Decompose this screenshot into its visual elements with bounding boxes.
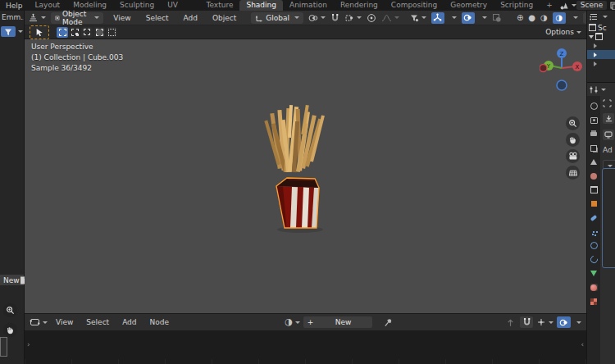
- tab-scene-icon[interactable]: [590, 158, 598, 166]
- menu-help[interactable]: Help: [0, 2, 29, 10]
- outliner-row-object-2[interactable]: [587, 59, 615, 68]
- mode-dropdown[interactable]: Object Mode: [51, 12, 103, 24]
- tab-collection-icon[interactable]: [590, 186, 598, 193]
- shader-menu-node[interactable]: Node: [145, 318, 175, 326]
- tab-object-data-icon[interactable]: [590, 270, 598, 277]
- workspace-tab-layout[interactable]: Layout: [29, 0, 67, 11]
- viewport-menu-add[interactable]: Add: [178, 14, 202, 22]
- outliner-row-object-1[interactable]: [587, 41, 615, 50]
- xray-toggle[interactable]: [492, 13, 502, 23]
- shading-wireframe-icon[interactable]: ⊕: [517, 14, 523, 22]
- proportional-falloff-dropdown[interactable]: [381, 13, 399, 23]
- properties-partial-label: Ad: [603, 146, 615, 154]
- shader-snap-target-dropdown[interactable]: [536, 317, 554, 327]
- download-icon[interactable]: [603, 113, 614, 124]
- tab-particles-icon[interactable]: [590, 228, 598, 235]
- tab-render-icon[interactable]: [590, 116, 598, 124]
- snap-target-dropdown[interactable]: [344, 13, 362, 23]
- viewport-menu-view[interactable]: View: [108, 14, 135, 22]
- viewport-ortho-grid-icon[interactable]: [566, 166, 580, 180]
- outliner-row-collection[interactable]: [587, 32, 615, 41]
- outliner-editor-type-button[interactable]: [587, 11, 615, 23]
- filter-icon[interactable]: [1, 26, 16, 37]
- shading-dropdown-caret[interactable]: [573, 16, 578, 19]
- shading-solid-icon[interactable]: ●: [528, 14, 535, 22]
- screen-icon[interactable]: [603, 130, 614, 140]
- overlays-dropdown-caret[interactable]: [482, 16, 487, 19]
- navigation-gizmo[interactable]: Z X Y: [540, 46, 584, 92]
- material-new-button[interactable]: + New: [303, 316, 372, 328]
- workspace-tab-animation[interactable]: Animation: [283, 0, 334, 11]
- viewport-camera-view-icon[interactable]: [566, 149, 580, 163]
- shader-overlays-toggle[interactable]: [557, 316, 571, 328]
- collapse-arrow-icon[interactable]: [589, 35, 594, 39]
- shading-rendered-icon[interactable]: ◑: [553, 12, 566, 24]
- material-browse-dropdown[interactable]: ◑: [285, 318, 300, 326]
- workspace-tab-geometry-nodes[interactable]: Geometry Nodes: [444, 0, 494, 11]
- tab-output-icon[interactable]: [590, 130, 598, 138]
- snap-toggle[interactable]: [330, 13, 339, 23]
- viewport-menu-object[interactable]: Object: [207, 14, 241, 22]
- object-type-visibility-dropdown[interactable]: [409, 13, 426, 23]
- outliner-row-scene-collection[interactable]: Sc: [587, 23, 615, 32]
- fries-and-box-model[interactable]: [246, 98, 361, 238]
- transform-orientation-dropdown[interactable]: Global: [251, 12, 303, 24]
- tab-modifiers-icon[interactable]: [590, 214, 598, 221]
- filter-dropdown-caret[interactable]: [18, 30, 23, 33]
- properties-editor-type-button[interactable]: [587, 83, 615, 96]
- image-new-button[interactable]: New: [0, 275, 24, 285]
- shader-snap-toggle[interactable]: [520, 316, 533, 328]
- shader-overlays-caret[interactable]: [576, 321, 581, 324]
- zoom-gizmo-icon[interactable]: [3, 303, 17, 317]
- viewport-pan-hand-icon[interactable]: [566, 133, 580, 147]
- workspace-tab-scripting[interactable]: Scripting: [494, 0, 540, 11]
- show-gizmo-toggle[interactable]: [431, 12, 444, 24]
- tab-texture-icon[interactable]: [590, 298, 598, 305]
- region-expand-right-icon[interactable]: ‹: [581, 340, 584, 348]
- workspace-tab-sculpting[interactable]: Sculpting: [113, 0, 161, 11]
- editor-type-button[interactable]: [28, 13, 46, 23]
- frame-icon[interactable]: [603, 99, 615, 107]
- shader-menu-select[interactable]: Select: [81, 318, 114, 326]
- shading-material-icon[interactable]: ◑: [540, 14, 548, 22]
- tab-material-icon[interactable]: [590, 284, 598, 291]
- tab-view-layer-icon[interactable]: [590, 144, 598, 152]
- select-mode-invert[interactable]: [93, 27, 105, 38]
- select-mode-new[interactable]: [57, 27, 68, 38]
- tab-physics-icon[interactable]: [590, 242, 598, 249]
- select-mode-extend[interactable]: [69, 27, 80, 38]
- show-overlays-toggle[interactable]: [462, 12, 475, 24]
- tab-world-icon[interactable]: [590, 172, 598, 180]
- active-tool-button[interactable]: [30, 25, 49, 39]
- shader-menu-add[interactable]: Add: [117, 318, 141, 326]
- pin-icon[interactable]: [384, 318, 393, 327]
- tab-tool-icon[interactable]: [590, 102, 598, 110]
- workspace-tab-texture-paint[interactable]: Texture Paint: [199, 0, 239, 11]
- tab-constraints-icon[interactable]: [590, 256, 598, 263]
- proportional-editing-toggle[interactable]: [367, 13, 376, 23]
- viewport-zoom-icon[interactable]: [566, 116, 580, 130]
- go-to-parent-node-tree-button[interactable]: [503, 316, 517, 328]
- viewport-menu-select[interactable]: Select: [141, 14, 174, 22]
- select-mode-intersect[interactable]: [106, 27, 117, 38]
- pivot-point-dropdown[interactable]: [308, 13, 326, 23]
- shader-editor-canvas[interactable]: › ‹: [25, 330, 586, 364]
- gizmo-dropdown-caret[interactable]: [452, 16, 457, 19]
- options-dropdown[interactable]: Options: [545, 28, 581, 36]
- tab-object-icon[interactable]: [590, 200, 598, 207]
- scene-name-field[interactable]: Scene: [576, 1, 607, 10]
- workspace-tab-compositing[interactable]: Compositing: [385, 0, 444, 11]
- workspace-tab-shading[interactable]: Shading: [239, 0, 283, 11]
- outliner-row-object-selected[interactable]: [587, 50, 615, 59]
- outliner: Sc: [586, 11, 615, 82]
- workspace-tab-uv-editing[interactable]: UV Editing: [161, 0, 199, 11]
- workspace-add-tab[interactable]: +: [540, 0, 559, 11]
- viewport-3d[interactable]: User Perspective (1) Collection | Cube.0…: [25, 39, 586, 313]
- region-expand-left-icon[interactable]: ›: [27, 340, 30, 348]
- select-mode-subtract[interactable]: [81, 27, 93, 38]
- workspace-tab-rendering[interactable]: Rendering: [334, 0, 385, 11]
- shader-editor-type-button[interactable]: [30, 317, 48, 327]
- scene-dropdown-caret[interactable]: [572, 4, 576, 7]
- shader-menu-view[interactable]: View: [51, 318, 78, 326]
- pan-hand-gizmo-icon[interactable]: [3, 323, 17, 337]
